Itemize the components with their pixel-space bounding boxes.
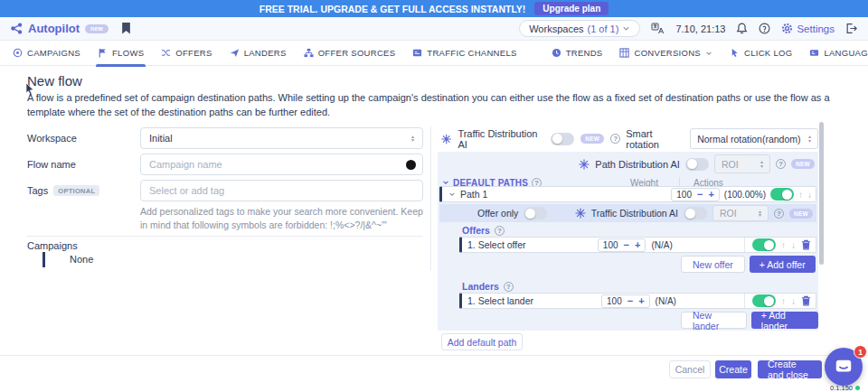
nav-languages[interactable]: LANGUAGES [809, 41, 868, 66]
plus-button[interactable]: + [708, 190, 713, 200]
trash-icon[interactable] [801, 239, 811, 250]
path-ai-metric-select[interactable]: ROI [714, 154, 770, 173]
add-lander-button[interactable]: + Add lander [751, 312, 818, 329]
chevron-down-icon [705, 50, 712, 57]
autopilot-logo-icon [11, 23, 23, 34]
gear-icon [781, 23, 793, 34]
status-dot [855, 386, 860, 390]
path-traffic-ai-metric-select[interactable]: ROI [712, 205, 769, 221]
nav-traffic-channels[interactable]: TRAFFIC CHANNELS [412, 41, 516, 66]
lander-enabled-toggle[interactable] [752, 294, 776, 307]
new-badge: NEW [789, 209, 813, 219]
nav-label: FLOWS [112, 48, 144, 58]
settings-link[interactable]: Settings [781, 23, 835, 34]
version-info: 0.1.150 [830, 384, 860, 392]
offer-only-row: Offer only Traffic Distribution AI ROI N… [439, 204, 816, 222]
traffic-ai-row: Traffic Distribution AI NEW Smart rotati… [441, 128, 818, 149]
metric-value: ROI [720, 208, 737, 219]
info-icon[interactable] [504, 282, 514, 292]
nav-campaigns[interactable]: CAMPAIGNS [13, 41, 80, 66]
minus-button[interactable]: − [697, 190, 703, 200]
offer-weight-stepper[interactable]: 100 − + [598, 238, 646, 252]
tags-label: Tags [27, 185, 48, 196]
path-enabled-toggle[interactable] [770, 188, 794, 201]
trash-icon[interactable] [801, 295, 811, 306]
nav-offer-sources[interactable]: OFFER SOURCES [304, 41, 396, 66]
landers-section-title: Landers [462, 281, 514, 292]
new-lander-button[interactable]: New lander [681, 312, 747, 329]
path-ai-row: Path Distribution AI ROI NEW [579, 154, 815, 173]
footer-divider [0, 355, 868, 356]
campaigns-label: Campaigns [27, 240, 78, 251]
cursor-icon [730, 48, 740, 58]
move-up-button[interactable]: ↑ [781, 296, 786, 306]
new-offer-button[interactable]: New offer [681, 256, 745, 273]
promo-banner: FREE TRIAL. UPGRADE & GET FULL ACCESS IN… [0, 0, 868, 17]
move-down-button[interactable]: ↓ [791, 240, 796, 250]
info-icon[interactable] [610, 134, 620, 144]
lander-name: 1. Select lander [467, 295, 533, 306]
traffic-ai-toggle[interactable] [551, 133, 574, 145]
smart-rotation-value: Normal rotation(random) [697, 134, 800, 145]
tags-input[interactable] [140, 180, 423, 201]
info-icon[interactable] [495, 226, 505, 236]
tags-row: Tags OPTIONAL [27, 180, 423, 201]
select-caret-icon [411, 135, 414, 143]
lander-weight-stepper[interactable]: 100 − + [601, 294, 650, 308]
path-ai-toggle[interactable] [685, 158, 709, 171]
lander-row: 1. Select lander 100 − + (N/A) ↑ ↓ [459, 293, 816, 309]
create-and-close-button[interactable]: Create and close [758, 360, 822, 378]
nav-flows[interactable]: FLOWS [98, 41, 144, 66]
scrollbar-thumb[interactable] [819, 122, 824, 265]
info-icon[interactable] [776, 159, 786, 169]
cancel-button[interactable]: Cancel [669, 360, 711, 378]
move-down-button[interactable]: ↓ [791, 296, 796, 306]
paper-plane-icon [230, 48, 240, 58]
nav-conversions[interactable]: CONVERSIONS [619, 41, 712, 66]
color-picker-dot[interactable] [406, 160, 416, 170]
move-up-button[interactable]: ↑ [798, 190, 803, 200]
nav-click-log[interactable]: CLICK LOG [730, 41, 792, 66]
info-icon[interactable] [774, 209, 784, 219]
add-offer-button[interactable]: + Add offer [750, 256, 816, 273]
bell-icon[interactable] [736, 23, 748, 34]
select-caret-icon [808, 135, 811, 143]
nav-label: OFFER SOURCES [318, 48, 396, 58]
create-button[interactable]: Create [715, 360, 751, 378]
smart-rotation-select[interactable]: Normal rotation(random) [690, 128, 818, 149]
offers-buttons: New offer + Add offer [681, 256, 816, 273]
nav-trends[interactable]: TRENDS [552, 41, 603, 66]
plus-button[interactable]: + [638, 296, 644, 306]
move-down-button[interactable]: ↓ [807, 190, 812, 200]
path-weight-stepper[interactable]: 100 − + [671, 188, 720, 201]
add-default-path-button[interactable]: Add default path [441, 333, 523, 350]
nav-landers[interactable]: LANDERS [230, 41, 287, 66]
path-traffic-ai-toggle[interactable] [684, 207, 707, 219]
path-name: Path 1 [460, 189, 487, 200]
nav-label: CLICK LOG [744, 48, 792, 58]
lander-stat: (N/A) [656, 296, 676, 306]
offer-stat: (N/A) [651, 240, 672, 250]
upgrade-plan-button[interactable]: Upgrade plan [534, 2, 609, 15]
bookmark-icon[interactable] [121, 23, 131, 34]
new-badge: new [85, 24, 108, 33]
table-icon [619, 48, 629, 58]
workspaces-selector[interactable]: Workspaces (1 of 1) [519, 20, 640, 37]
nav-offers[interactable]: OFFERS [161, 41, 212, 66]
target-icon [13, 48, 23, 58]
help-icon[interactable] [759, 23, 770, 34]
logout-icon[interactable] [845, 23, 857, 34]
offer-only-toggle[interactable] [524, 207, 547, 219]
chevron-down-icon[interactable] [448, 191, 456, 198]
minus-button[interactable]: − [627, 296, 633, 306]
plus-button[interactable]: + [635, 240, 640, 250]
datetime: 7.10, 21:13 [675, 23, 725, 34]
flow-name-input[interactable] [140, 154, 423, 175]
workspace-select[interactable]: Initial [140, 127, 423, 149]
offer-enabled-toggle[interactable] [752, 238, 776, 251]
move-up-button[interactable]: ↑ [781, 240, 786, 250]
translate-icon[interactable] [651, 23, 665, 34]
minus-button[interactable]: − [624, 240, 629, 250]
chevron-down-icon [442, 179, 449, 186]
optional-badge: OPTIONAL [53, 185, 99, 196]
